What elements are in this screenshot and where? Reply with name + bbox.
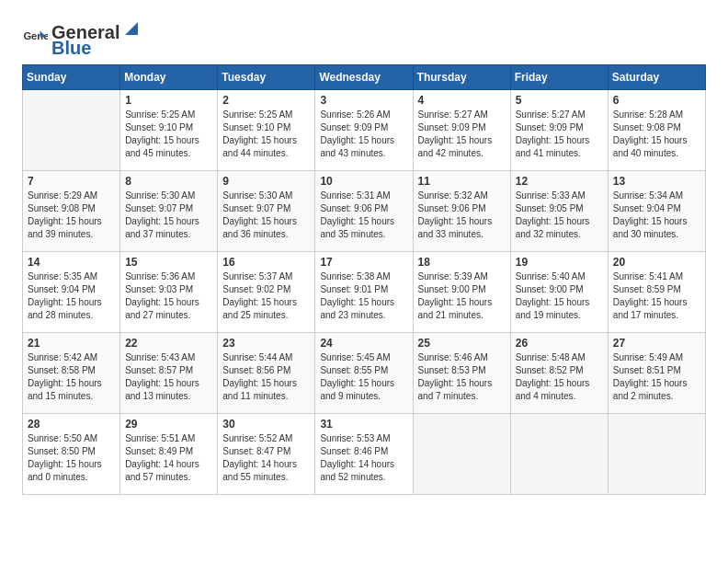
calendar-day-cell: 27Sunrise: 5:49 AM Sunset: 8:51 PM Dayli… — [608, 333, 705, 414]
calendar-day-cell: 28Sunrise: 5:50 AM Sunset: 8:50 PM Dayli… — [23, 414, 120, 495]
calendar-day-cell — [510, 414, 608, 495]
day-info-text: Sunrise: 5:33 AM Sunset: 9:05 PM Dayligh… — [516, 190, 603, 241]
calendar-day-cell: 22Sunrise: 5:43 AM Sunset: 8:57 PM Dayli… — [120, 333, 218, 414]
calendar-day-cell: 14Sunrise: 5:35 AM Sunset: 9:04 PM Dayli… — [23, 252, 120, 333]
day-info-text: Sunrise: 5:31 AM Sunset: 9:06 PM Dayligh… — [320, 190, 407, 241]
day-number: 30 — [222, 418, 310, 431]
day-number: 13 — [613, 175, 700, 188]
day-of-week-header: Monday — [120, 65, 218, 90]
calendar-day-cell: 11Sunrise: 5:32 AM Sunset: 9:06 PM Dayli… — [413, 171, 510, 252]
day-number: 5 — [516, 94, 603, 107]
day-number: 19 — [516, 256, 603, 269]
day-info-text: Sunrise: 5:34 AM Sunset: 9:04 PM Dayligh… — [613, 190, 700, 241]
calendar-week-row: 7Sunrise: 5:29 AM Sunset: 9:08 PM Daylig… — [23, 171, 706, 252]
day-number: 31 — [320, 418, 407, 431]
day-info-text: Sunrise: 5:26 AM Sunset: 9:09 PM Dayligh… — [320, 109, 407, 160]
day-info-text: Sunrise: 5:50 AM Sunset: 8:50 PM Dayligh… — [28, 432, 115, 484]
logo-triangle-icon — [121, 18, 142, 39]
day-info-text: Sunrise: 5:35 AM Sunset: 9:04 PM Dayligh… — [28, 270, 115, 322]
day-info-text: Sunrise: 5:30 AM Sunset: 9:07 PM Dayligh… — [222, 190, 310, 241]
day-info-text: Sunrise: 5:43 AM Sunset: 8:57 PM Dayligh… — [125, 351, 212, 403]
day-number: 4 — [418, 94, 506, 107]
calendar-day-cell: 19Sunrise: 5:40 AM Sunset: 9:00 PM Dayli… — [510, 252, 608, 333]
day-number: 28 — [28, 418, 115, 431]
calendar-day-cell: 29Sunrise: 5:51 AM Sunset: 8:49 PM Dayli… — [120, 414, 218, 495]
calendar-day-cell: 21Sunrise: 5:42 AM Sunset: 8:58 PM Dayli… — [23, 333, 120, 414]
day-info-text: Sunrise: 5:41 AM Sunset: 8:59 PM Dayligh… — [613, 270, 700, 322]
day-number: 10 — [320, 175, 407, 188]
calendar-day-cell: 17Sunrise: 5:38 AM Sunset: 9:01 PM Dayli… — [315, 252, 413, 333]
calendar-week-row: 1Sunrise: 5:25 AM Sunset: 9:10 PM Daylig… — [23, 90, 706, 171]
day-number: 16 — [222, 256, 310, 269]
calendar-day-cell — [413, 414, 510, 495]
day-number: 14 — [28, 256, 115, 269]
day-number: 23 — [222, 337, 310, 350]
day-number: 7 — [28, 175, 115, 188]
calendar-day-cell: 20Sunrise: 5:41 AM Sunset: 8:59 PM Dayli… — [608, 252, 705, 333]
calendar-week-row: 21Sunrise: 5:42 AM Sunset: 8:58 PM Dayli… — [23, 333, 706, 414]
day-info-text: Sunrise: 5:40 AM Sunset: 9:00 PM Dayligh… — [516, 270, 603, 322]
day-info-text: Sunrise: 5:36 AM Sunset: 9:03 PM Dayligh… — [125, 270, 212, 322]
calendar-day-cell: 24Sunrise: 5:45 AM Sunset: 8:55 PM Dayli… — [315, 333, 413, 414]
page-header: General General Blue — [22, 18, 706, 59]
day-of-week-header: Wednesday — [315, 65, 413, 90]
day-info-text: Sunrise: 5:42 AM Sunset: 8:58 PM Dayligh… — [28, 351, 115, 403]
day-number: 29 — [125, 418, 212, 431]
calendar-day-cell — [23, 90, 120, 171]
day-number: 24 — [320, 337, 407, 350]
day-info-text: Sunrise: 5:25 AM Sunset: 9:10 PM Dayligh… — [125, 109, 212, 160]
calendar-day-cell: 12Sunrise: 5:33 AM Sunset: 9:05 PM Dayli… — [510, 171, 608, 252]
day-number: 21 — [28, 337, 115, 350]
day-info-text: Sunrise: 5:51 AM Sunset: 8:49 PM Dayligh… — [125, 432, 212, 484]
calendar-day-cell: 8Sunrise: 5:30 AM Sunset: 9:07 PM Daylig… — [120, 171, 218, 252]
day-number: 3 — [320, 94, 407, 107]
calendar-day-cell: 6Sunrise: 5:28 AM Sunset: 9:08 PM Daylig… — [608, 90, 705, 171]
calendar-day-cell: 1Sunrise: 5:25 AM Sunset: 9:10 PM Daylig… — [120, 90, 218, 171]
calendar-day-cell: 9Sunrise: 5:30 AM Sunset: 9:07 PM Daylig… — [218, 171, 315, 252]
day-info-text: Sunrise: 5:45 AM Sunset: 8:55 PM Dayligh… — [320, 351, 407, 403]
calendar-day-cell: 10Sunrise: 5:31 AM Sunset: 9:06 PM Dayli… — [315, 171, 413, 252]
calendar-day-cell: 7Sunrise: 5:29 AM Sunset: 9:08 PM Daylig… — [23, 171, 120, 252]
calendar-day-cell: 5Sunrise: 5:27 AM Sunset: 9:09 PM Daylig… — [510, 90, 608, 171]
day-number: 9 — [222, 175, 310, 188]
day-number: 18 — [418, 256, 506, 269]
calendar-day-cell: 23Sunrise: 5:44 AM Sunset: 8:56 PM Dayli… — [218, 333, 315, 414]
day-number: 15 — [125, 256, 212, 269]
day-info-text: Sunrise: 5:46 AM Sunset: 8:53 PM Dayligh… — [418, 351, 506, 403]
day-info-text: Sunrise: 5:38 AM Sunset: 9:01 PM Dayligh… — [320, 270, 407, 322]
day-number: 1 — [125, 94, 212, 107]
day-info-text: Sunrise: 5:37 AM Sunset: 9:02 PM Dayligh… — [222, 270, 310, 322]
day-info-text: Sunrise: 5:32 AM Sunset: 9:06 PM Dayligh… — [418, 190, 506, 241]
day-of-week-header: Friday — [510, 65, 608, 90]
day-info-text: Sunrise: 5:29 AM Sunset: 9:08 PM Dayligh… — [28, 190, 115, 241]
day-info-text: Sunrise: 5:30 AM Sunset: 9:07 PM Dayligh… — [125, 190, 212, 241]
calendar-week-row: 28Sunrise: 5:50 AM Sunset: 8:50 PM Dayli… — [23, 414, 706, 495]
svg-marker-2 — [125, 22, 138, 35]
calendar-header-row: SundayMondayTuesdayWednesdayThursdayFrid… — [23, 65, 706, 90]
day-number: 20 — [613, 256, 700, 269]
day-info-text: Sunrise: 5:27 AM Sunset: 9:09 PM Dayligh… — [418, 109, 506, 160]
day-number: 2 — [222, 94, 310, 107]
day-number: 27 — [613, 337, 700, 350]
day-of-week-header: Tuesday — [218, 65, 315, 90]
day-number: 8 — [125, 175, 212, 188]
calendar-day-cell: 18Sunrise: 5:39 AM Sunset: 9:00 PM Dayli… — [413, 252, 510, 333]
day-info-text: Sunrise: 5:53 AM Sunset: 8:46 PM Dayligh… — [320, 432, 407, 484]
day-number: 25 — [418, 337, 506, 350]
day-info-text: Sunrise: 5:25 AM Sunset: 9:10 PM Dayligh… — [222, 109, 310, 160]
day-number: 22 — [125, 337, 212, 350]
day-info-text: Sunrise: 5:28 AM Sunset: 9:08 PM Dayligh… — [613, 109, 700, 160]
calendar-day-cell: 30Sunrise: 5:52 AM Sunset: 8:47 PM Dayli… — [218, 414, 315, 495]
day-number: 17 — [320, 256, 407, 269]
logo: General General Blue — [22, 18, 143, 59]
day-info-text: Sunrise: 5:48 AM Sunset: 8:52 PM Dayligh… — [516, 351, 603, 403]
day-number: 26 — [516, 337, 603, 350]
day-number: 11 — [418, 175, 506, 188]
day-info-text: Sunrise: 5:44 AM Sunset: 8:56 PM Dayligh… — [222, 351, 310, 403]
calendar-day-cell: 2Sunrise: 5:25 AM Sunset: 9:10 PM Daylig… — [218, 90, 315, 171]
calendar-day-cell: 16Sunrise: 5:37 AM Sunset: 9:02 PM Dayli… — [218, 252, 315, 333]
calendar-table: SundayMondayTuesdayWednesdayThursdayFrid… — [22, 64, 706, 495]
calendar-day-cell: 31Sunrise: 5:53 AM Sunset: 8:46 PM Dayli… — [315, 414, 413, 495]
calendar-week-row: 14Sunrise: 5:35 AM Sunset: 9:04 PM Dayli… — [23, 252, 706, 333]
calendar-day-cell: 15Sunrise: 5:36 AM Sunset: 9:03 PM Dayli… — [120, 252, 218, 333]
